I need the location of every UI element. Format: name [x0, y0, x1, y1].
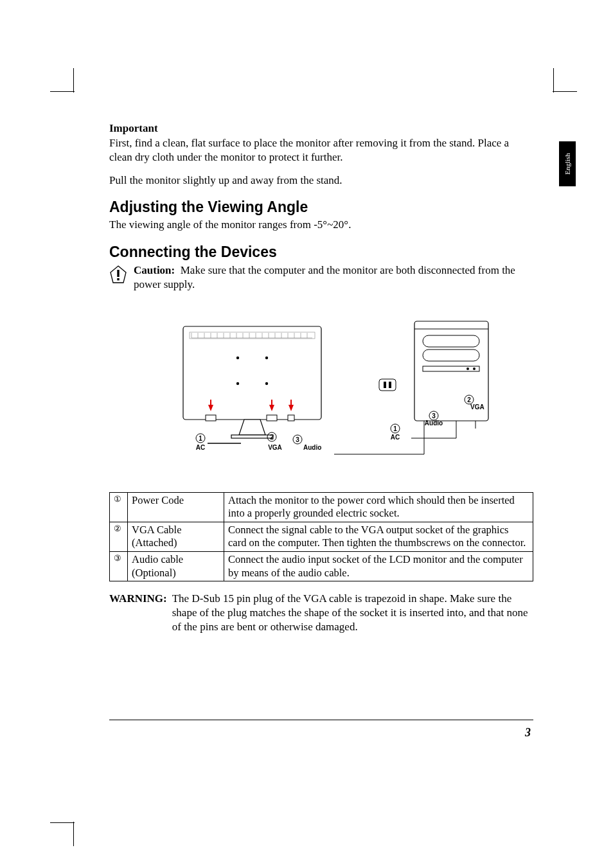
svg-text:AC: AC	[196, 444, 205, 451]
row-label-1: Power Code	[128, 492, 224, 522]
svg-text:1: 1	[199, 435, 202, 442]
row-desc-2: Connect the signal cable to the VGA outp…	[224, 522, 533, 551]
svg-point-27	[265, 382, 268, 384]
svg-text:Audio: Audio	[303, 444, 321, 451]
svg-text:2: 2	[467, 396, 471, 403]
warning-block: WARNING: The D-Sub 15 pin plug of the VG…	[109, 592, 533, 633]
svg-rect-31	[288, 415, 294, 421]
language-tab: English	[559, 141, 576, 186]
row-desc-3: Connect the audio input socket of the LC…	[224, 552, 533, 581]
adjusting-heading: Adjusting the Viewing Angle	[109, 199, 533, 216]
svg-rect-30	[267, 415, 277, 421]
important-heading: Important	[109, 122, 533, 135]
table-row: ③ Audio cable (Optional) Connect the aud…	[110, 552, 533, 581]
svg-text:1: 1	[393, 425, 397, 432]
svg-point-53	[473, 368, 475, 370]
svg-point-52	[466, 368, 469, 370]
connecting-heading: Connecting the Devices	[109, 244, 533, 261]
caution-block: Caution: Make sure that the computer and…	[109, 263, 533, 292]
svg-rect-61	[379, 379, 396, 391]
row-desc-1: Attach the monitor to the power cord whi…	[224, 492, 533, 522]
svg-rect-0	[117, 270, 119, 277]
svg-text:VGA: VGA	[470, 403, 484, 411]
page-content: Important First, find a clean, flat surf…	[109, 122, 533, 634]
warning-body: The D-Sub 15 pin plug of the VGA cable i…	[172, 592, 533, 633]
row-num-1: ①	[114, 494, 121, 504]
svg-text:AC: AC	[391, 434, 400, 441]
table-row: ② VGA Cable (Attached) Connect the signa…	[110, 522, 533, 551]
svg-rect-2	[183, 326, 321, 420]
caution-icon	[109, 265, 127, 287]
caution-body: Make sure that the computer and the moni…	[134, 264, 515, 290]
caution-text: Caution: Make sure that the computer and…	[134, 263, 533, 292]
svg-rect-62	[384, 382, 386, 388]
footer-rule	[109, 720, 533, 720]
svg-text:2: 2	[270, 434, 274, 441]
svg-text:3: 3	[432, 412, 436, 420]
row-num-3: ③	[114, 553, 121, 563]
row-label-2: VGA Cable (Attached)	[128, 522, 224, 551]
svg-rect-63	[389, 382, 391, 388]
monitor-illustration: 1 2 3 AC VGA Audio	[183, 326, 321, 451]
page-number: 3	[525, 726, 531, 740]
connection-diagram: 1 2 3 AC VGA Audio	[109, 310, 533, 477]
adjusting-body: The viewing angle of the monitor ranges …	[109, 218, 533, 232]
connection-table: ① Power Code Attach the monitor to the p…	[109, 492, 533, 582]
svg-point-24	[236, 356, 239, 359]
svg-text:3: 3	[296, 436, 299, 443]
svg-rect-29	[206, 415, 216, 421]
important-paragraph-2: Pull the monitor slightly up and away fr…	[109, 173, 533, 188]
row-num-2: ②	[114, 524, 121, 533]
caution-label: Caution:	[134, 264, 175, 276]
row-label-3: Audio cable (Optional)	[128, 552, 224, 581]
pc-illustration: 1 AC 3 Audio 2 VGA	[334, 321, 498, 454]
svg-rect-28	[231, 435, 273, 438]
important-paragraph-1: First, find a clean, flat surface to pla…	[109, 136, 533, 164]
language-tab-label: English	[564, 153, 571, 175]
warning-label: WARNING:	[109, 592, 167, 633]
svg-text:VGA: VGA	[268, 444, 282, 451]
table-row: ① Power Code Attach the monitor to the p…	[110, 492, 533, 522]
svg-point-26	[236, 382, 239, 384]
svg-point-25	[265, 356, 268, 359]
svg-rect-1	[117, 278, 119, 280]
svg-text:Audio: Audio	[425, 420, 443, 427]
